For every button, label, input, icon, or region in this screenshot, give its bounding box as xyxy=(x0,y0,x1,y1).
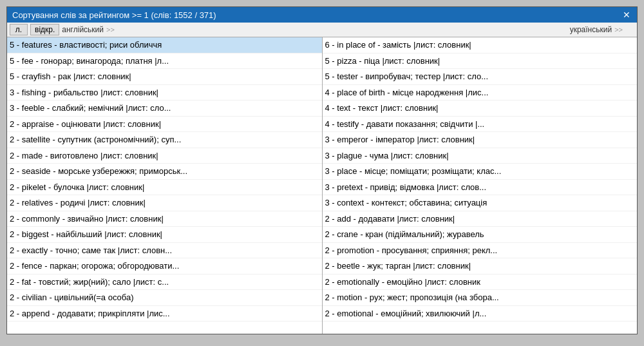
content-area: 5 - features - властивості; риси обличчя… xyxy=(7,37,637,334)
right-list[interactable]: 6 - in place of - замість |лист: словник… xyxy=(323,37,638,334)
list-item[interactable]: 2 - pikelet - булочка |лист: словник| xyxy=(7,180,322,196)
list-item[interactable]: 4 - place of birth - місце народження |л… xyxy=(323,85,638,101)
list-item[interactable]: 2 - made - виготовлено |лист: словник| xyxy=(7,148,322,164)
list-item[interactable]: 2 - exactly - точно; саме так |лист: сло… xyxy=(7,243,322,259)
window-title: Сортування слів за рейтингом >= 1 (слів:… xyxy=(12,10,216,20)
list-item[interactable]: 2 - appraise - оцінювати |лист: словник| xyxy=(7,117,322,133)
list-item[interactable]: 2 - biggest - найбільший |лист: словник| xyxy=(7,227,322,243)
list-item[interactable]: 3 - place - місце; поміщати; розміщати; … xyxy=(323,164,638,180)
list-item[interactable]: 3 - context - контекст; обставина; ситуа… xyxy=(323,195,638,211)
list-item[interactable]: 5 - crayfish - рак |лист: словник| xyxy=(7,69,322,85)
list-item[interactable]: 6 - in place of - замість |лист: словник… xyxy=(323,37,638,53)
list-item[interactable]: 5 - tester - випробувач; тестер |лист: с… xyxy=(323,69,638,85)
list-item[interactable]: 2 - motion - рух; жест; пропозиція (на з… xyxy=(323,290,638,306)
list-item[interactable]: 2 - civilian - цивільний(=а особа) xyxy=(7,290,322,306)
list-item[interactable]: 2 - append - додавати; прикріпляти |лис.… xyxy=(7,306,322,322)
col-ukrainian-arrow[interactable]: >> xyxy=(614,26,623,34)
col-english-arrow[interactable]: >> xyxy=(106,26,115,34)
list-item[interactable]: 2 - emotionally - емоційно |лист: словни… xyxy=(323,274,638,291)
main-window: Сортування слів за рейтингом >= 1 (слів:… xyxy=(6,6,638,334)
list-item[interactable]: 2 - crane - кран (підіймальний); журавел… xyxy=(323,227,638,243)
list-item[interactable]: 2 - commonly - звичайно |лист: словник| xyxy=(7,211,322,227)
list-item[interactable]: 2 - satellite - супутник (астрономічний)… xyxy=(7,132,322,148)
title-bar: Сортування слів за рейтингом >= 1 (слів:… xyxy=(7,7,637,23)
list-item[interactable]: 5 - features - властивості; риси обличчя xyxy=(7,37,322,53)
list-item[interactable]: 2 - beetle - жук; тарган |лист: словник| xyxy=(323,258,638,274)
list-item[interactable]: 2 - promotion - просування; сприяння; ре… xyxy=(323,243,638,259)
list-item[interactable]: 2 - relatives - родичі |лист: словник| xyxy=(7,195,322,211)
list-item[interactable]: 5 - pizza - піца |лист: словник| xyxy=(323,53,638,70)
close-button[interactable]: ✕ xyxy=(621,10,632,20)
list-item[interactable]: 3 - emperor - імператор |лист: словник| xyxy=(323,132,638,148)
list-item[interactable]: 3 - feeble - слабкий; немічний |лист: сл… xyxy=(7,101,322,117)
list-item[interactable]: 3 - pretext - привід; відмовка |лист: сл… xyxy=(323,180,638,196)
toolbar: л. відкр. англійський >> український >> xyxy=(7,23,637,37)
list-item[interactable]: 2 - emotional - емоційний; хвилюючий |л.… xyxy=(323,306,638,322)
list-item[interactable]: 4 - testify - давати показання; свідчити… xyxy=(323,117,638,133)
right-pane: 6 - in place of - замість |лист: словник… xyxy=(323,37,638,334)
list-item[interactable]: 3 - fishing - рибальство |лист: словник| xyxy=(7,85,322,101)
list-item[interactable]: 2 - fence - паркан; огорожа; обгородюват… xyxy=(7,258,322,274)
col-english-header: англійський xyxy=(62,25,104,34)
list-item[interactable]: 4 - text - текст |лист: словник| xyxy=(323,101,638,117)
col-number-header[interactable]: л. xyxy=(10,24,28,35)
list-item[interactable]: 2 - seaside - морське узбережжя; приморс… xyxy=(7,164,322,180)
col-open-header[interactable]: відкр. xyxy=(30,24,59,35)
list-item[interactable]: 2 - add - додавати |лист: словник| xyxy=(323,211,638,227)
list-item[interactable]: 5 - fee - гонорар; винагорода; платня |л… xyxy=(7,53,322,70)
list-item[interactable]: 2 - fat - товстий; жир(ний); сало |лист:… xyxy=(7,274,322,291)
left-list[interactable]: 5 - features - властивості; риси обличчя… xyxy=(7,37,322,334)
col-ukrainian-header: український xyxy=(570,25,612,34)
left-pane: 5 - features - властивості; риси обличчя… xyxy=(7,37,323,334)
list-item[interactable]: 3 - plague - чума |лист: словник| xyxy=(323,148,638,164)
